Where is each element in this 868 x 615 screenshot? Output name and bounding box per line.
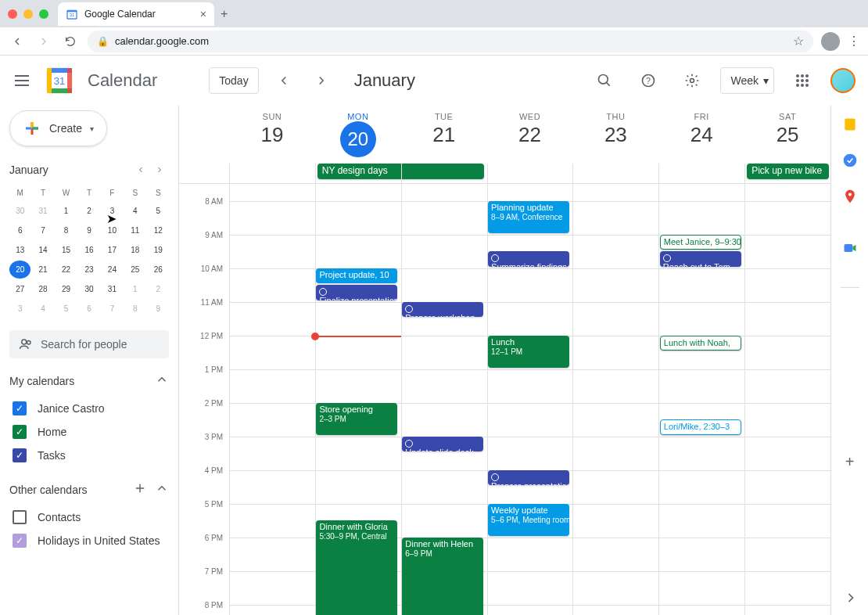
mini-day[interactable]: 3 (9, 300, 30, 318)
mini-day[interactable]: 14 (32, 241, 53, 259)
mini-day[interactable]: 2 (78, 202, 99, 220)
keep-icon[interactable] (842, 117, 858, 132)
calendar-event[interactable]: Meet Janice, 9–9:30 (660, 235, 741, 250)
hide-panel-button[interactable] (843, 590, 859, 609)
mini-day[interactable]: 15 (56, 241, 77, 259)
mini-day[interactable]: 7 (32, 221, 53, 239)
mini-day[interactable]: 5 (56, 300, 77, 318)
search-people-input[interactable]: Search for people (9, 330, 169, 358)
mini-day[interactable]: 30 (78, 280, 99, 298)
allday-cell[interactable]: NY design days (315, 164, 401, 183)
day-column[interactable] (487, 184, 573, 615)
allday-cell[interactable] (487, 164, 573, 183)
mini-day[interactable]: 2 (148, 280, 169, 298)
mini-prev-button[interactable] (131, 160, 150, 179)
day-header[interactable]: SAT25 (744, 106, 830, 157)
calendar-event[interactable]: Lunch12–1 PM (488, 336, 569, 368)
next-period-button[interactable] (309, 68, 334, 93)
day-header[interactable]: MON20 (315, 106, 401, 157)
mini-day[interactable]: 20 (9, 261, 30, 279)
mini-day[interactable]: 27 (9, 280, 30, 298)
mini-day[interactable]: 25 (124, 261, 145, 279)
tasks-icon[interactable] (842, 153, 858, 168)
main-menu-button[interactable] (13, 71, 31, 90)
mini-day[interactable]: 9 (78, 221, 99, 239)
mini-day[interactable]: 18 (124, 241, 145, 259)
calendar-event[interactable]: Finalize presentation (316, 285, 397, 300)
settings-button[interactable] (676, 65, 708, 96)
mini-day[interactable]: 5 (148, 202, 169, 220)
mini-day[interactable]: 6 (9, 221, 30, 239)
allday-cell[interactable] (572, 164, 658, 183)
view-switcher[interactable]: Week ▾ (720, 67, 774, 94)
maps-icon[interactable] (842, 189, 858, 204)
back-button[interactable] (8, 32, 27, 51)
mini-day[interactable]: 26 (148, 261, 169, 279)
my-calendars-toggle[interactable]: My calendars (9, 372, 169, 389)
mini-day[interactable]: 12 (148, 221, 169, 239)
day-header[interactable]: TUE21 (401, 106, 487, 157)
today-button[interactable]: Today (209, 67, 258, 94)
window-maximize-button[interactable] (39, 9, 48, 19)
mini-day[interactable]: 31 (102, 280, 123, 298)
calendar-toggle[interactable]: ✓Home (9, 420, 169, 444)
close-tab-button[interactable]: × (200, 8, 206, 20)
mini-day[interactable]: 17 (102, 241, 123, 259)
mini-day[interactable]: 10 (102, 221, 123, 239)
day-column[interactable] (229, 184, 315, 615)
mini-day[interactable]: 23 (78, 261, 99, 279)
url-input[interactable]: 🔒 calendar.google.com ☆ (88, 31, 813, 52)
mini-day[interactable]: 4 (32, 300, 53, 318)
calendar-event[interactable]: Prepare workshop (402, 302, 483, 318)
calendar-event[interactable]: Prepare presentation (488, 470, 569, 486)
allday-event[interactable]: Pick up new bike (747, 164, 829, 179)
calendar-toggle[interactable]: Contacts (9, 505, 169, 529)
mini-day[interactable]: 11 (124, 221, 145, 239)
mini-day[interactable]: 6 (78, 300, 99, 318)
mini-day[interactable]: 13 (9, 241, 30, 259)
mini-day[interactable]: 4 (124, 202, 145, 220)
browser-menu-button[interactable]: ⋮ (848, 34, 860, 49)
mini-day[interactable]: 1 (56, 202, 77, 220)
day-header[interactable]: FRI24 (658, 106, 744, 157)
mini-day[interactable]: 30 (9, 202, 30, 220)
mini-day[interactable]: 3 (102, 202, 123, 220)
mini-day[interactable]: 19 (148, 241, 169, 259)
support-button[interactable]: ? (633, 65, 664, 96)
mini-day[interactable]: 21 (32, 261, 53, 279)
prev-period-button[interactable] (271, 68, 296, 93)
browser-tab[interactable]: 31 Google Calendar × (58, 2, 214, 26)
browser-profile-button[interactable] (821, 32, 840, 51)
calendar-event[interactable]: Summarize findings (488, 251, 569, 267)
meet-icon[interactable] (842, 240, 858, 256)
mini-day[interactable]: 31 (32, 202, 53, 220)
allday-cell[interactable] (658, 164, 744, 183)
create-button[interactable]: Create ▾ (9, 110, 107, 146)
day-header[interactable]: WED22 (487, 106, 573, 157)
mini-day[interactable]: 28 (32, 280, 53, 298)
mini-day[interactable]: 8 (56, 221, 77, 239)
allday-cell[interactable] (229, 164, 315, 183)
calendar-event[interactable]: Planning update8–9 AM, Conference (488, 201, 569, 233)
calendar-event[interactable]: Update slide deck (402, 437, 483, 452)
calendar-event[interactable]: Lunch with Noah, (660, 336, 741, 351)
new-tab-button[interactable]: + (221, 7, 228, 21)
allday-cell[interactable] (401, 164, 487, 183)
forward-button[interactable] (34, 32, 53, 51)
calendar-toggle[interactable]: ✓Janice Castro (9, 397, 169, 420)
calendar-event[interactable]: Dinner with Helen6–9 PM (402, 538, 483, 616)
day-header[interactable]: SUN19 (229, 106, 315, 157)
calendar-event[interactable]: Lori/Mike, 2:30–3 (660, 419, 741, 435)
calendar-event[interactable]: Reach out to Tom (660, 251, 741, 267)
mini-day[interactable]: 1 (124, 280, 145, 298)
calendar-toggle[interactable]: ✓Tasks (9, 444, 169, 467)
day-column[interactable] (572, 184, 658, 615)
time-grid[interactable]: 8 AM9 AM10 AM11 AM12 PM1 PM2 PM3 PM4 PM5… (179, 184, 830, 615)
allday-cell[interactable]: Pick up new bike (744, 164, 830, 183)
window-minimize-button[interactable] (23, 9, 33, 19)
calendar-event[interactable]: Store opening2–3 PM (316, 403, 397, 435)
bookmark-star-icon[interactable]: ☆ (793, 34, 804, 49)
mini-day[interactable]: 22 (56, 261, 77, 279)
add-calendar-button[interactable] (133, 481, 147, 498)
search-button[interactable] (589, 65, 620, 96)
